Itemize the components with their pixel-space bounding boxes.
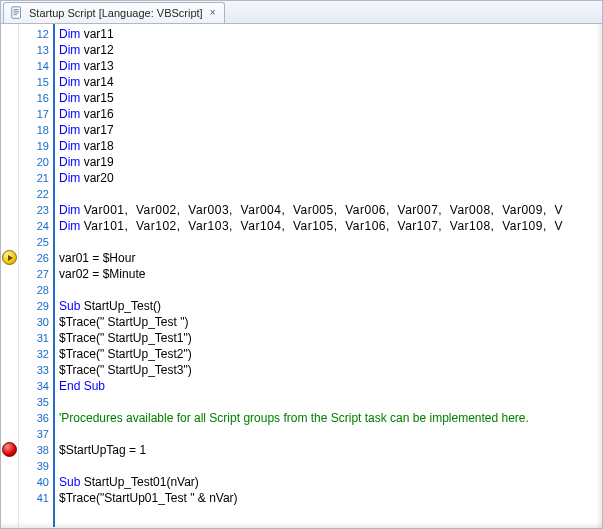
line-number: 15 xyxy=(19,74,53,90)
line-number: 30 xyxy=(19,314,53,330)
line-number: 18 xyxy=(19,122,53,138)
code-line[interactable]: Dim var15 xyxy=(59,90,602,106)
code-line[interactable]: Dim var17 xyxy=(59,122,602,138)
line-number: 13 xyxy=(19,42,53,58)
line-number: 35 xyxy=(19,394,53,410)
line-number: 14 xyxy=(19,58,53,74)
code-line[interactable] xyxy=(59,234,602,250)
line-number: 20 xyxy=(19,154,53,170)
code-line[interactable]: Sub StartUp_Test() xyxy=(59,298,602,314)
line-number: 36 xyxy=(19,410,53,426)
line-number: 38 xyxy=(19,442,53,458)
code-line[interactable] xyxy=(59,394,602,410)
line-number: 27 xyxy=(19,266,53,282)
line-number: 34 xyxy=(19,378,53,394)
line-number: 28 xyxy=(19,282,53,298)
code-line[interactable]: Dim var12 xyxy=(59,42,602,58)
code-line[interactable]: Dim Var001, Var002, Var003, Var004, Var0… xyxy=(59,202,602,218)
line-number: 24 xyxy=(19,218,53,234)
tab-startup-script[interactable]: Startup Script [Language: VBScript] × xyxy=(3,2,225,23)
code-line[interactable]: Dim var13 xyxy=(59,58,602,74)
marker-margin[interactable] xyxy=(1,24,19,527)
code-line[interactable]: $StartUpTag = 1 xyxy=(59,442,602,458)
code-line[interactable]: Dim var14 xyxy=(59,74,602,90)
code-line[interactable]: Dim var16 xyxy=(59,106,602,122)
close-icon[interactable]: × xyxy=(208,8,218,18)
code-line[interactable] xyxy=(59,186,602,202)
line-number: 25 xyxy=(19,234,53,250)
exec-pointer-marker[interactable] xyxy=(2,250,17,265)
line-number: 26 xyxy=(19,250,53,266)
code-area[interactable]: Dim var11Dim var12Dim var13Dim var14Dim … xyxy=(55,24,602,527)
code-line[interactable]: Sub StartUp_Test01(nVar) xyxy=(59,474,602,490)
line-number: 22 xyxy=(19,186,53,202)
code-line[interactable]: Dim var18 xyxy=(59,138,602,154)
line-number: 39 xyxy=(19,458,53,474)
code-line[interactable]: End Sub xyxy=(59,378,602,394)
line-number: 17 xyxy=(19,106,53,122)
code-line[interactable]: Dim var20 xyxy=(59,170,602,186)
code-editor[interactable]: 1213141516171819202122232425262728293031… xyxy=(1,24,602,527)
line-number: 29 xyxy=(19,298,53,314)
code-line[interactable]: var01 = $Hour xyxy=(59,250,602,266)
code-line[interactable]: $Trace(" StartUp_Test1") xyxy=(59,330,602,346)
line-number: 16 xyxy=(19,90,53,106)
line-number-gutter: 1213141516171819202122232425262728293031… xyxy=(19,24,55,527)
code-line[interactable] xyxy=(59,426,602,442)
tab-title: Startup Script [Language: VBScript] xyxy=(29,7,203,19)
line-number: 41 xyxy=(19,490,53,506)
code-line[interactable]: 'Procedures available for all Script gro… xyxy=(59,410,602,426)
line-number: 12 xyxy=(19,26,53,42)
line-number: 32 xyxy=(19,346,53,362)
code-line[interactable]: $Trace(" StartUp_Test2") xyxy=(59,346,602,362)
line-number: 37 xyxy=(19,426,53,442)
line-number: 31 xyxy=(19,330,53,346)
code-line[interactable]: Dim var19 xyxy=(59,154,602,170)
code-line[interactable]: Dim var11 xyxy=(59,26,602,42)
line-number: 19 xyxy=(19,138,53,154)
document-icon xyxy=(10,6,24,20)
code-line[interactable] xyxy=(59,282,602,298)
code-line[interactable]: $Trace(" StartUp_Test3") xyxy=(59,362,602,378)
line-number: 23 xyxy=(19,202,53,218)
breakpoint-marker[interactable] xyxy=(2,442,17,457)
code-line[interactable]: var02 = $Minute xyxy=(59,266,602,282)
code-line[interactable]: $Trace(" StartUp_Test ") xyxy=(59,314,602,330)
code-line[interactable]: $Trace("StartUp01_Test " & nVar) xyxy=(59,490,602,506)
code-line[interactable] xyxy=(59,458,602,474)
line-number: 21 xyxy=(19,170,53,186)
code-line[interactable]: Dim Var101, Var102, Var103, Var104, Var1… xyxy=(59,218,602,234)
line-number: 33 xyxy=(19,362,53,378)
line-number: 40 xyxy=(19,474,53,490)
tab-bar: Startup Script [Language: VBScript] × xyxy=(1,1,602,24)
